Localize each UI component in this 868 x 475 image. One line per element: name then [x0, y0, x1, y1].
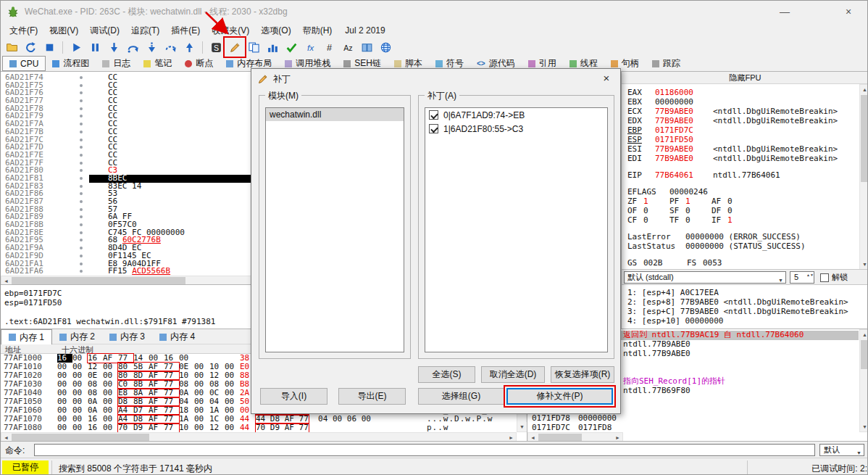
command-mode-select[interactable]: 默认 [819, 444, 864, 456]
patch-dialog-titlebar[interactable]: 补丁 × [251, 69, 620, 89]
instruction-dot-icon[interactable] [80, 247, 83, 249]
register-row[interactable]: EDX77B9ABE0<ntdll.DbgUiRemoteBreakin> [627, 116, 859, 125]
flag-value[interactable]: 0 [727, 206, 754, 215]
menu-item-帮助(H)[interactable]: 帮助(H) [297, 22, 338, 39]
instruction-dot-icon[interactable] [80, 177, 83, 180]
register-row[interactable]: GS002BFS0053 [627, 258, 859, 268]
scroll-down-icon[interactable] [860, 422, 868, 431]
calling-convention-select[interactable]: 默认 (stdcall) [624, 271, 786, 284]
stack-vscrollbar[interactable] [859, 329, 868, 432]
import-button[interactable]: 导入(I) [260, 388, 327, 405]
instruction-dot-icon[interactable] [80, 231, 83, 234]
instruction-dot-icon[interactable] [80, 154, 83, 157]
execute-till-return-icon[interactable] [180, 39, 198, 55]
instruction-dot-icon[interactable] [80, 115, 83, 117]
patch-item[interactable]: 0|6A7F1AD9:74->EB [425, 108, 607, 122]
scroll-thumb[interactable] [861, 340, 868, 369]
scroll-thumb[interactable] [538, 434, 582, 441]
tab-笔记[interactable]: 笔记 [137, 56, 178, 71]
register-value[interactable]: 77B9ABE0 [655, 144, 706, 154]
pause-icon[interactable] [86, 39, 104, 55]
register-value[interactable]: 01186000 [655, 88, 706, 97]
instruction-dot-icon[interactable] [80, 270, 83, 273]
menu-item-追踪(T)[interactable]: 追踪(T) [125, 22, 165, 39]
argument-row[interactable]: 3: [esp+C] 77B9ABE0 <ntdll.DbgUiRemoteBr… [627, 307, 868, 316]
restore-selected-button[interactable]: 恢复选择项(R) [551, 366, 614, 383]
register-row[interactable]: EFLAGS00000246 [627, 187, 859, 197]
patch-item[interactable]: 1|6AD21F80:55->C3 [425, 122, 607, 136]
flag-value[interactable]: 1 [685, 197, 711, 206]
register-value[interactable]: 00000000 (STATUS_SUCCESS) [685, 241, 806, 251]
menu-item-文件(F)[interactable]: 文件(F) [4, 22, 43, 39]
register-value[interactable]: 77B9ABE0 [655, 107, 706, 116]
instruction-dot-icon[interactable] [80, 208, 83, 211]
register-row[interactable]: OF0SF0DF0 [627, 206, 859, 215]
patch-icon[interactable] [226, 39, 243, 55]
unlock-checkbox[interactable] [820, 273, 829, 282]
menu-item-视图(V)[interactable]: 视图(V) [43, 22, 84, 39]
memory-tab-内存 1[interactable]: 内存 1 [1, 329, 52, 344]
scroll-thumb[interactable] [12, 277, 185, 284]
register-row[interactable]: LastStatus00000000 (STATUS_SUCCESS) [627, 241, 859, 251]
patch-checkbox[interactable] [429, 124, 438, 133]
argument-row[interactable]: 1: [esp+4] A0C17EEA [627, 288, 868, 297]
tab-CPU[interactable]: CPU [2, 56, 46, 71]
instruction-dot-icon[interactable] [80, 131, 83, 133]
scroll-up-icon[interactable] [860, 330, 868, 339]
stack-row[interactable]: 0171FD7C0171FD8 [527, 424, 859, 433]
argument-count-stepper[interactable]: 5 [790, 271, 814, 284]
register-value[interactable]: 77B9ABE0 [655, 116, 706, 125]
stack-row[interactable]: 0171FD7800000000 [527, 414, 859, 424]
graph-icon[interactable] [264, 39, 281, 55]
scroll-thumb[interactable] [861, 95, 868, 182]
step-into-icon[interactable] [105, 39, 122, 55]
argument-row[interactable]: 2: [esp+8] 77B9ABE0 <ntdll.DbgUiRemoteBr… [627, 297, 868, 307]
module-item[interactable]: wechatwin.dll [266, 108, 404, 121]
register-row[interactable]: ESP0171FD50 [627, 135, 859, 144]
scroll-down-icon[interactable] [517, 422, 527, 431]
dialog-close-icon[interactable]: × [596, 70, 617, 86]
patch-file-button[interactable]: 修补文件(P) [506, 388, 613, 405]
flag-value[interactable]: 0 [685, 206, 711, 215]
flag-value[interactable]: 1 [727, 215, 754, 225]
hash-icon[interactable]: # [320, 39, 338, 55]
instruction-dot-icon[interactable] [80, 91, 83, 94]
tab-流程图[interactable]: 流程图 [46, 56, 96, 71]
menu-item-调试(D)[interactable]: 调试(D) [84, 22, 125, 39]
minimize-button[interactable]: — [769, 1, 801, 22]
registers-vscrollbar[interactable] [859, 84, 868, 270]
shield-check-icon[interactable] [283, 39, 300, 55]
trace-into-icon[interactable] [143, 39, 160, 55]
compare-icon[interactable] [245, 39, 262, 55]
instruction-dot-icon[interactable] [80, 99, 83, 102]
register-row[interactable]: EIP77B64061ntdll.77B64061 [627, 170, 859, 180]
step-over-icon[interactable] [124, 39, 141, 55]
register-value[interactable]: 00000246 [669, 187, 720, 197]
run-icon[interactable] [67, 39, 85, 55]
instruction-dot-icon[interactable] [80, 239, 83, 241]
deselect-all-button[interactable]: 取消全选(D) [481, 366, 545, 383]
instruction-dot-icon[interactable] [80, 223, 83, 226]
instruction-dot-icon[interactable] [80, 139, 83, 141]
instruction-dot-icon[interactable] [80, 200, 83, 203]
instruction-dot-icon[interactable] [80, 169, 83, 172]
registers-panel[interactable]: 隐藏FPU EAX01186000EBX00000000ECX77B9ABE0<… [621, 71, 868, 269]
register-row[interactable]: ESI77B9ABE0<ntdll.DbgUiRemoteBreakin> [627, 144, 859, 154]
instruction-dot-icon[interactable] [80, 255, 83, 257]
tab-断点[interactable]: 断点 [178, 56, 220, 71]
flag-value[interactable]: 0 [643, 206, 669, 215]
memory-tab-内存 2[interactable]: 内存 2 [52, 329, 102, 344]
arguments-pane[interactable]: 1: [esp+4] A0C17EEA2: [esp+8] 77B9ABE0 <… [621, 285, 868, 329]
register-row[interactable]: CF0TF0IF1 [627, 215, 859, 225]
flag-value[interactable]: 0 [643, 215, 669, 225]
memory-tab-内存 4[interactable]: 内存 4 [152, 329, 202, 344]
scroll-down-icon[interactable] [860, 260, 868, 269]
export-button[interactable]: 导出(E) [338, 388, 406, 405]
register-row[interactable]: LastError00000000 (ERROR_SUCCESS) [627, 232, 859, 241]
menu-item-选项(O)[interactable]: 选项(O) [255, 22, 296, 39]
menu-item-插件(E)[interactable]: 插件(E) [165, 22, 206, 39]
register-row[interactable]: EBX00000000 [627, 97, 859, 107]
command-input[interactable] [34, 444, 815, 456]
scroll-up-icon[interactable] [860, 85, 868, 94]
instruction-dot-icon[interactable] [80, 215, 83, 218]
